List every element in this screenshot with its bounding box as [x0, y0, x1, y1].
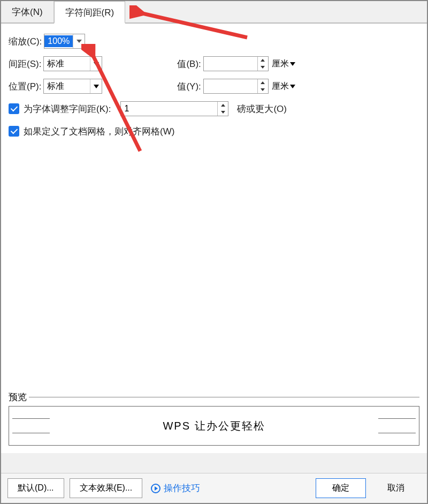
- spin-up-icon[interactable]: [258, 57, 268, 64]
- kerning-spinbox[interactable]: [120, 101, 228, 116]
- tab-bar: 字体(N) 字符间距(R): [1, 1, 427, 24]
- preview-box: WPS 让办公更轻松: [9, 406, 419, 446]
- scale-value: 100%: [44, 35, 73, 47]
- dropdown-icon[interactable]: [90, 79, 102, 93]
- spin-up-icon[interactable]: [218, 102, 228, 109]
- row-position: 位置(P): 标准 值(Y): 厘米: [9, 78, 419, 94]
- dropdown-icon[interactable]: [90, 57, 102, 71]
- unit-label: 厘米: [272, 81, 289, 92]
- spacing-value: 标准: [44, 57, 90, 71]
- value-b-unit[interactable]: 厘米: [272, 58, 295, 70]
- dropdown-icon: [290, 62, 295, 66]
- row-snap-grid: 如果定义了文档网格，则对齐网格(W): [9, 123, 419, 139]
- snap-grid-checkbox[interactable]: [9, 126, 19, 137]
- text-effect-button[interactable]: 文本效果(E)...: [70, 478, 143, 498]
- row-scale: 缩放(C): 100%: [9, 33, 419, 49]
- position-combo[interactable]: 标准: [43, 79, 102, 94]
- spin-up-icon[interactable]: [258, 79, 268, 86]
- ok-button[interactable]: 确定: [316, 478, 366, 498]
- scale-label: 缩放(C):: [9, 35, 42, 48]
- position-value: 标准: [44, 80, 90, 93]
- preview-group: 预览 WPS 让办公更轻松: [9, 385, 419, 446]
- snap-grid-label[interactable]: 如果定义了文档网格，则对齐网格(W): [24, 125, 174, 138]
- tab-font[interactable]: 字体(N): [1, 1, 54, 22]
- tab-character-spacing[interactable]: 字符间距(R): [54, 1, 126, 24]
- preview-sample-text: WPS 让办公更轻松: [163, 419, 265, 433]
- default-button[interactable]: 默认(D)...: [7, 478, 64, 498]
- tips-label: 操作技巧: [164, 482, 200, 494]
- row-spacing: 间距(S): 标准 值(B): 厘米: [9, 56, 419, 72]
- value-b-label: 值(B):: [177, 58, 201, 70]
- play-circle-icon: [151, 484, 160, 493]
- kerning-label[interactable]: 为字体调整字间距(K):: [24, 103, 111, 115]
- spacing-label: 间距(S):: [9, 58, 41, 70]
- value-y-input[interactable]: [204, 79, 257, 93]
- spin-down-icon[interactable]: [258, 86, 268, 93]
- value-y-unit[interactable]: 厘米: [272, 81, 295, 92]
- dialog-footer: 默认(D)... 文本效果(E)... 操作技巧 确定 取消: [1, 473, 427, 503]
- tab-content: 缩放(C): 100% 间距(S): 标准 值(B): 厘米: [1, 24, 427, 453]
- value-b-spinbox[interactable]: [203, 56, 269, 71]
- spin-down-icon[interactable]: [258, 64, 268, 71]
- unit-label: 厘米: [272, 58, 289, 70]
- spin-down-icon[interactable]: [218, 109, 228, 116]
- tips-link[interactable]: 操作技巧: [151, 482, 200, 494]
- spacing-combo[interactable]: 标准: [43, 56, 102, 71]
- kerning-input[interactable]: [121, 102, 217, 116]
- cancel-button[interactable]: 取消: [371, 479, 421, 498]
- scale-combo[interactable]: 100%: [44, 34, 85, 49]
- chevron-down-icon[interactable]: [73, 34, 85, 48]
- dropdown-icon: [290, 85, 295, 88]
- font-dialog: 字体(N) 字符间距(R) 缩放(C): 100% 间距(S): 标准 值(B)…: [0, 0, 428, 504]
- value-y-label: 值(Y):: [177, 80, 201, 93]
- value-y-spinbox[interactable]: [203, 79, 269, 94]
- position-label: 位置(P):: [9, 80, 41, 93]
- kerning-checkbox[interactable]: [9, 103, 19, 114]
- value-b-input[interactable]: [204, 57, 257, 71]
- kerning-unit-label: 磅或更大(O): [237, 103, 287, 115]
- row-kerning: 为字体调整字间距(K): 磅或更大(O): [9, 101, 419, 117]
- preview-group-label: 预览: [6, 391, 29, 403]
